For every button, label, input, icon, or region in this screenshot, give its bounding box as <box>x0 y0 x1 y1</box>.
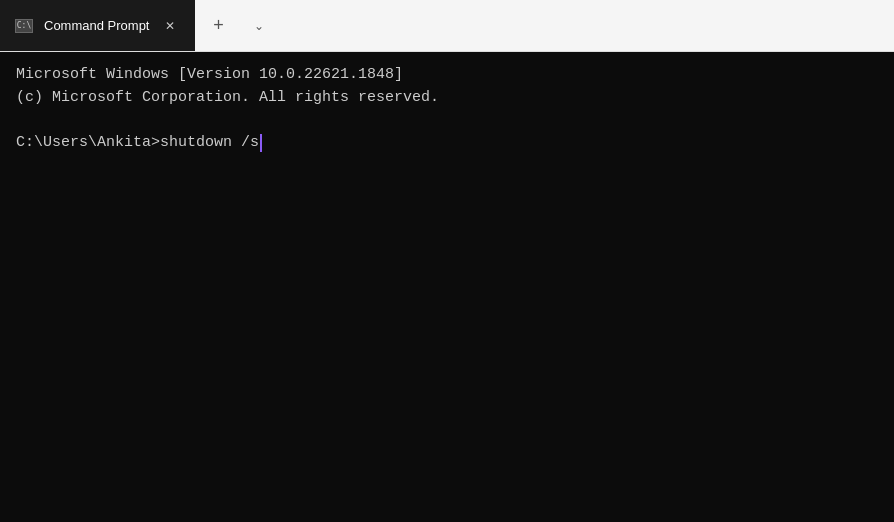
tab-bar: C:\ Command Prompt ✕ + ⌄ <box>0 0 894 51</box>
tab-title: Command Prompt <box>44 18 149 33</box>
version-line: Microsoft Windows [Version 10.0.22621.18… <box>16 64 878 87</box>
blank-line <box>16 109 878 132</box>
active-tab[interactable]: C:\ Command Prompt ✕ <box>0 0 195 51</box>
terminal-window[interactable]: Microsoft Windows [Version 10.0.22621.18… <box>0 52 894 522</box>
copyright-line: (c) Microsoft Corporation. All rights re… <box>16 87 878 110</box>
cursor <box>260 134 262 152</box>
command-line: C:\Users\Ankita>shutdown /s <box>16 132 878 155</box>
title-bar: C:\ Command Prompt ✕ + ⌄ <box>0 0 894 52</box>
close-tab-button[interactable]: ✕ <box>159 15 181 37</box>
cmd-icon: C:\ <box>14 16 34 36</box>
tab-dropdown-button[interactable]: ⌄ <box>241 0 277 51</box>
command-input[interactable]: shutdown /s <box>160 132 259 155</box>
cmd-icon-img: C:\ <box>15 19 33 33</box>
new-tab-button[interactable]: + <box>195 0 241 51</box>
prompt: C:\Users\Ankita> <box>16 132 160 155</box>
